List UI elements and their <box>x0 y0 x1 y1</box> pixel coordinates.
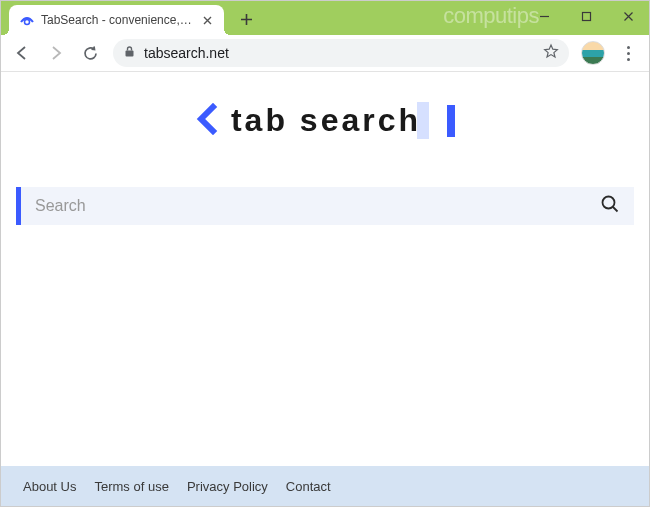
search-box[interactable] <box>16 187 634 225</box>
footer-link-terms[interactable]: Terms of use <box>94 479 168 494</box>
window-controls <box>523 1 649 31</box>
footer: About Us Terms of use Privacy Policy Con… <box>1 466 649 506</box>
logo: tab search <box>1 72 649 139</box>
cursor-icon <box>447 105 455 137</box>
new-tab-button[interactable] <box>232 5 260 33</box>
footer-link-privacy[interactable]: Privacy Policy <box>187 479 268 494</box>
maximize-button[interactable] <box>565 1 607 31</box>
profile-avatar[interactable] <box>581 41 605 65</box>
close-window-button[interactable] <box>607 1 649 31</box>
url-text: tabsearch.net <box>144 45 535 61</box>
search-input[interactable] <box>35 197 600 215</box>
tab-favicon <box>19 12 35 28</box>
svg-point-0 <box>25 20 30 25</box>
forward-button[interactable] <box>41 38 71 68</box>
address-bar[interactable]: tabsearch.net <box>113 39 569 67</box>
browser-tab[interactable]: TabSearch - convenience, accura <box>9 5 224 35</box>
page-content: tab search <box>1 72 649 466</box>
svg-rect-2 <box>126 51 134 57</box>
back-button[interactable] <box>7 38 37 68</box>
chevron-left-icon <box>195 103 219 139</box>
titlebar: computips TabSearch - convenience, accur… <box>1 1 649 35</box>
reload-button[interactable] <box>75 38 105 68</box>
browser-menu-button[interactable] <box>613 38 643 68</box>
logo-text: tab search <box>231 102 429 139</box>
svg-point-3 <box>603 197 615 209</box>
svg-rect-1 <box>582 12 590 20</box>
tab-close-button[interactable] <box>201 12 214 28</box>
minimize-button[interactable] <box>523 1 565 31</box>
footer-link-contact[interactable]: Contact <box>286 479 331 494</box>
footer-link-about[interactable]: About Us <box>23 479 76 494</box>
search-icon[interactable] <box>600 194 620 218</box>
lock-icon <box>123 44 136 62</box>
browser-toolbar: tabsearch.net <box>1 35 649 72</box>
bookmark-icon[interactable] <box>543 43 559 63</box>
tab-title: TabSearch - convenience, accura <box>41 13 195 27</box>
